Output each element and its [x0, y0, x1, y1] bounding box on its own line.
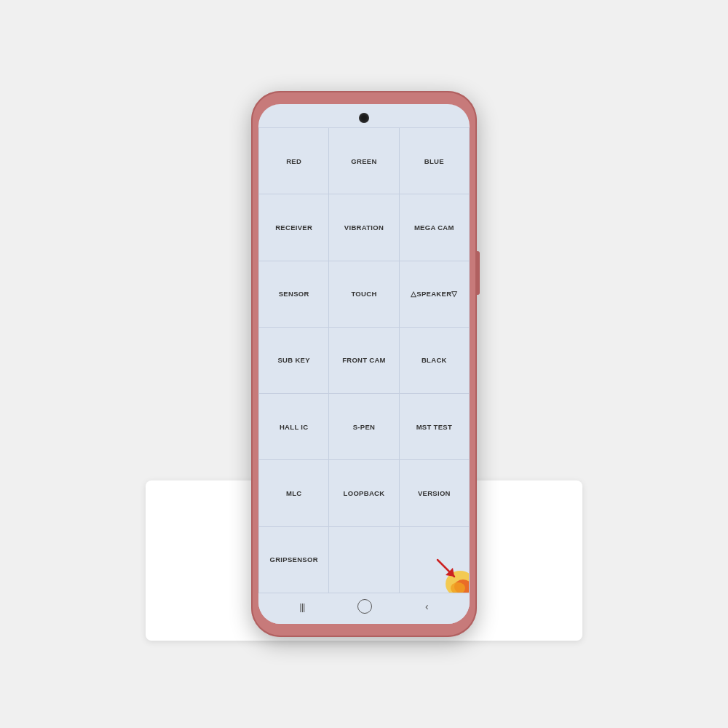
camera-area: [258, 104, 470, 127]
front-camera: [359, 113, 369, 123]
menu-item-mst-test[interactable]: MST TEST: [400, 394, 470, 460]
menu-item-loopback[interactable]: LOOPBACK: [329, 460, 399, 526]
nav-bar: ||| ‹: [258, 593, 470, 624]
menu-item-receiver[interactable]: RECEIVER: [259, 194, 329, 261]
recents-button[interactable]: |||: [299, 601, 304, 612]
menu-item-red[interactable]: RED: [259, 128, 329, 194]
menu-item-sensor[interactable]: SENSOR: [259, 261, 329, 328]
menu-item-blue[interactable]: BLUE: [400, 128, 470, 194]
menu-item-empty-2: [400, 527, 470, 593]
phone: RED GREEN BLUE RECEIVER VIBRATION MEGA C…: [251, 91, 477, 637]
menu-item-s-pen[interactable]: S-PEN: [329, 394, 399, 460]
home-button[interactable]: [357, 599, 372, 614]
menu-item-vibration[interactable]: VIBRATION: [329, 194, 399, 261]
menu-item-speaker[interactable]: △SPEAKER▽: [400, 261, 470, 328]
side-button[interactable]: [476, 251, 480, 295]
menu-item-mlc[interactable]: MLC: [259, 460, 329, 526]
scene: RED GREEN BLUE RECEIVER VIBRATION MEGA C…: [0, 0, 728, 728]
back-button[interactable]: ‹: [425, 601, 429, 612]
menu-item-front-cam[interactable]: FRONT CAM: [329, 328, 399, 394]
menu-item-hall-ic[interactable]: HALL IC: [259, 394, 329, 460]
menu-item-black[interactable]: BLACK: [400, 328, 470, 394]
menu-item-gripsensor[interactable]: GRIPSENSOR: [259, 527, 329, 593]
menu-item-mega-cam[interactable]: MEGA CAM: [400, 194, 470, 261]
menu-item-touch[interactable]: TOUCH: [329, 261, 399, 328]
menu-grid: RED GREEN BLUE RECEIVER VIBRATION MEGA C…: [258, 127, 470, 593]
menu-item-sub-key[interactable]: SUB KEY: [259, 328, 329, 394]
menu-item-version[interactable]: VERSION: [400, 460, 470, 526]
screen: RED GREEN BLUE RECEIVER VIBRATION MEGA C…: [258, 104, 470, 624]
menu-item-empty-1: [329, 527, 399, 593]
menu-item-green[interactable]: GREEN: [329, 128, 399, 194]
red-arrow: [434, 556, 463, 585]
